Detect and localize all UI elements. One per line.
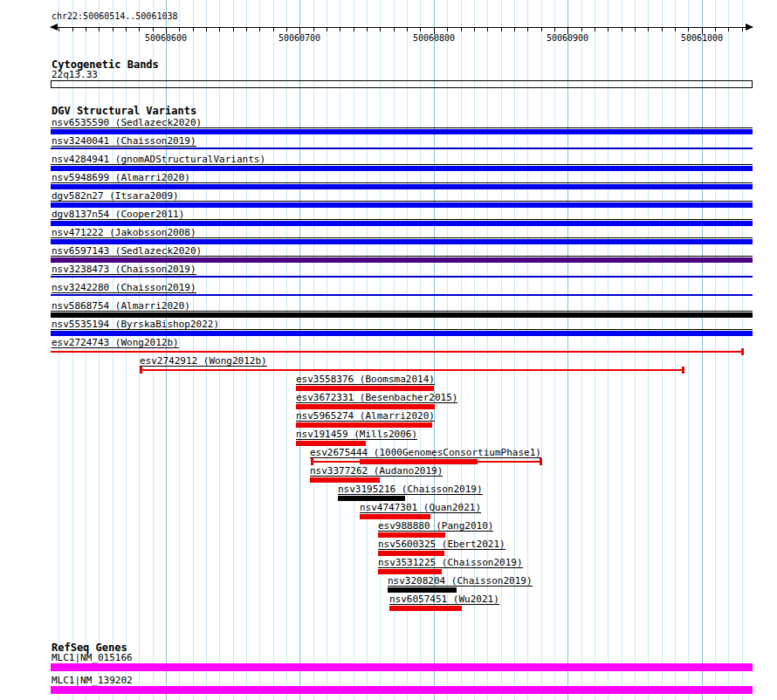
grid-line-minor [527, 0, 528, 700]
variant-range-tick [682, 367, 684, 374]
variant-bar[interactable] [310, 477, 380, 483]
ruler-tick-label: 50060600 [141, 34, 190, 43]
variant-label[interactable]: nsv5868754 (Almarri2020) [52, 301, 190, 312]
ruler-tick-minor [461, 28, 462, 31]
variant-bar[interactable] [51, 202, 753, 208]
variant-label[interactable]: esv3672331 (Besenbacher2015) [296, 393, 457, 403]
ruler-tick-minor [380, 28, 381, 31]
variant-bar[interactable] [296, 441, 366, 446]
variant-bar[interactable] [51, 257, 753, 263]
ruler-tick-minor [259, 28, 260, 31]
variant-label[interactable]: nsv3377262 (Audano2019) [310, 466, 443, 477]
region-label: chr22:50060514..50061038 [52, 12, 178, 21]
ruler-right-arrow-icon [746, 24, 753, 31]
grid-line-minor [728, 0, 729, 700]
variant-bar[interactable] [51, 129, 753, 134]
ruler-tick-minor [541, 28, 542, 31]
ruler-tick-minor [126, 28, 127, 31]
variant-label[interactable]: nsv6057451 (Wu2021) [389, 594, 499, 605]
ruler-tick-minor [420, 28, 421, 31]
grid-line-minor [354, 0, 354, 700]
variant-bar[interactable] [378, 532, 445, 538]
variant-label[interactable]: nsv5600325 (Ebert2021) [378, 539, 505, 550]
variant-label[interactable]: nsv4747301 (Quan2021) [360, 503, 481, 513]
grid-line-minor [367, 0, 368, 700]
variant-label[interactable]: nsv5948699 (Almarri2020) [52, 173, 190, 183]
grid-line-minor [259, 0, 260, 700]
ruler-tick-minor [179, 28, 180, 31]
ruler-tick-label: 50060900 [543, 34, 592, 43]
variant-label[interactable]: nsv6597143 (Sedlazeck2020) [52, 246, 202, 257]
grid-line-minor [273, 0, 274, 700]
variant-bar[interactable] [389, 606, 462, 611]
grid-line-minor [635, 0, 636, 700]
variant-label[interactable]: nsv5535194 (ByrskaBishop2022) [52, 319, 219, 330]
variant-inner-box[interactable] [360, 459, 478, 464]
grid-line-minor [554, 0, 555, 700]
variant-range-tick [741, 348, 744, 355]
gene-bar[interactable] [51, 686, 753, 694]
ruler-tick-minor [367, 28, 368, 31]
variant-label[interactable]: nsv3240041 (Chaisson2019) [52, 136, 196, 147]
variant-bar[interactable] [51, 276, 753, 278]
cytoband-label[interactable]: 22q13.33 [52, 70, 98, 79]
variant-bar[interactable] [296, 422, 432, 428]
variant-label[interactable]: esv2742912 (Wong2012b) [140, 356, 267, 367]
variant-label[interactable]: esv2675444 (1000GenomesConsortiumPhase1) [310, 448, 541, 458]
variant-label[interactable]: esv2724743 (Wong2012b) [52, 338, 179, 348]
variant-label[interactable]: esv3558376 (Boomsma2014) [296, 374, 435, 385]
variant-bar[interactable] [51, 148, 753, 149]
ruler-tick-minor [340, 28, 340, 31]
ruler-tick-label: 50060800 [409, 34, 458, 43]
variant-bar[interactable] [360, 514, 430, 519]
variant-label[interactable]: nsv191459 (Mills2006) [296, 429, 417, 440]
ruler-tick-minor [635, 28, 636, 31]
ruler-tick-minor [206, 28, 207, 31]
ruler-tick-minor [595, 28, 595, 31]
ruler-tick-minor [219, 28, 220, 31]
variant-label[interactable]: nsv5965274 (Almarri2020) [296, 411, 435, 422]
grid-line-minor [662, 0, 663, 700]
variant-bar[interactable] [378, 569, 442, 574]
variant-label[interactable]: nsv3208204 (Chaisson2019) [388, 576, 533, 587]
gene-bar[interactable] [51, 663, 753, 671]
gene-label[interactable]: MLC1|NM_139202 [52, 676, 133, 685]
variant-range-line[interactable] [141, 369, 684, 371]
variant-bar[interactable] [51, 239, 753, 244]
variant-label[interactable]: nsv3195216 (Chaisson2019) [338, 484, 483, 495]
variant-bar[interactable] [51, 331, 753, 336]
variant-bar[interactable] [338, 496, 405, 501]
grid-line-minor [340, 0, 340, 700]
variant-label[interactable]: nsv6535590 (Sedlazeck2020) [52, 118, 202, 128]
variant-range-tick [540, 458, 542, 465]
gene-label[interactable]: MLC1|NM_015166 [52, 653, 133, 662]
variant-bar[interactable] [378, 551, 444, 556]
variant-label[interactable]: dgv8137n54 (Cooper2011) [52, 209, 184, 220]
variant-label[interactable]: esv988880 (Pang2010) [378, 521, 493, 532]
variant-bar[interactable] [296, 404, 435, 409]
variant-bar[interactable] [51, 221, 753, 226]
grid-line-minor [219, 0, 220, 700]
ruler-tick-minor [58, 28, 59, 31]
variant-label[interactable]: nsv4284941 (gnomADStructuralVariants) [52, 154, 265, 165]
variant-bar[interactable] [296, 386, 434, 391]
cytoband-box[interactable] [51, 80, 753, 88]
variant-bar[interactable] [51, 294, 753, 296]
variant-label[interactable]: nsv3531225 (Chaisson2019) [378, 558, 523, 568]
ruler-tick-minor [354, 28, 354, 31]
grid-line-major [299, 0, 300, 700]
variant-bar[interactable] [51, 166, 753, 171]
ruler-tick-minor [273, 28, 274, 31]
variant-label[interactable]: nsv471222 (Jakobsson2008) [52, 228, 196, 238]
ruler-tick-minor [394, 28, 395, 31]
ruler-tick-minor [327, 28, 327, 31]
ruler-tick-minor [487, 28, 488, 31]
variant-bar[interactable] [51, 312, 753, 318]
variant-range-line[interactable] [51, 351, 743, 353]
variant-label[interactable]: nsv3242280 (Chaisson2019) [52, 283, 196, 293]
ruler-tick-minor [286, 28, 287, 31]
variant-bar[interactable] [388, 587, 457, 593]
variant-label[interactable]: dgv582n27 (Itsara2009) [52, 191, 179, 202]
variant-label[interactable]: nsv3238473 (Chaisson2019) [52, 264, 196, 275]
variant-bar[interactable] [51, 184, 753, 189]
